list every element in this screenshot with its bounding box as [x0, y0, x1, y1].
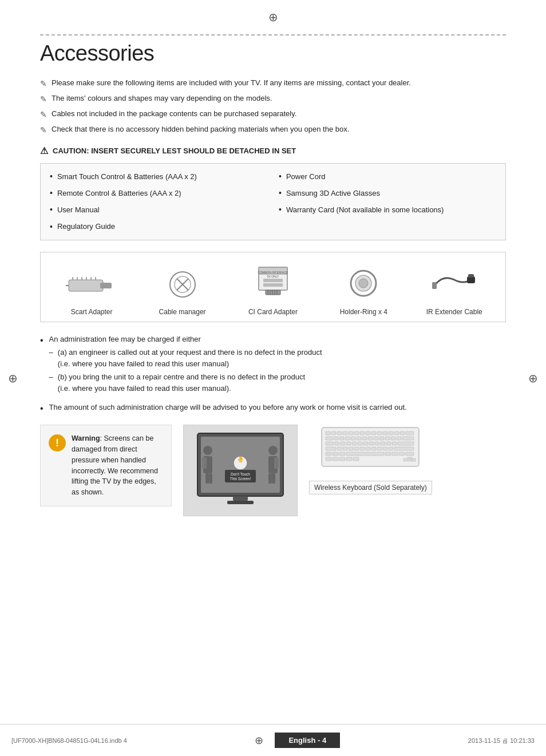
svg-text:This Screen!: This Screen! — [230, 477, 251, 481]
admin-fee-sub-1-text1: (a) an engineer is called out at your re… — [58, 348, 322, 357]
tv-illustration: 🤚 Don't Touch This Screen! — [183, 425, 298, 516]
pencil-icon-2: ✎ — [40, 93, 47, 105]
svg-rect-81 — [346, 442, 351, 445]
caution-block: ⚠ CAUTION: INSERT SECURELY LEST SHOULD B… — [40, 145, 506, 156]
svg-rect-52 — [343, 432, 347, 435]
svg-rect-58 — [377, 432, 382, 435]
pencil-icon-3: ✎ — [40, 109, 47, 121]
holder-ring-item: Holder-Ring x 4 — [335, 268, 392, 316]
admin-fee-list: • An administration fee may be charged i… — [40, 334, 506, 416]
svg-rect-113 — [339, 457, 345, 461]
scart-adapter-item: Scart Adapter — [63, 268, 120, 316]
admin-fee-intro: An administration fee may be charged if … — [49, 335, 201, 343]
footer-left: [UF7000-XH]BN68-04851G-04L16.indb 4 — [11, 737, 127, 744]
svg-rect-1 — [100, 283, 112, 288]
svg-rect-60 — [389, 432, 393, 435]
warning-icon: ! — [49, 434, 66, 452]
svg-rect-96 — [360, 447, 365, 450]
svg-rect-100 — [383, 447, 387, 450]
svg-rect-97 — [366, 447, 370, 450]
svg-text:🤚: 🤚 — [237, 456, 244, 463]
acc-item-4: Regulatory Guide — [50, 220, 267, 234]
svg-rect-78 — [326, 442, 334, 445]
svg-rect-95 — [354, 447, 359, 450]
admin-fee-sub-2-text2: (i.e. where you have failed to read this… — [58, 384, 231, 393]
svg-rect-26 — [432, 282, 437, 289]
svg-rect-109 — [399, 452, 405, 456]
reg-mark-top: ⊕ — [268, 10, 278, 24]
svg-rect-40 — [272, 473, 275, 484]
note-item-3: ✎ Cables not included in the package con… — [40, 108, 506, 121]
footer-center: English - 4 — [275, 733, 340, 748]
cable-manager-item: Cable manager — [154, 268, 211, 316]
admin-fee-item: • An administration fee may be charged i… — [40, 334, 506, 397]
svg-rect-0 — [69, 280, 103, 291]
svg-rect-91 — [326, 447, 336, 450]
svg-rect-51 — [337, 432, 342, 435]
svg-rect-16 — [263, 283, 283, 287]
note-item-4: ✎ Check that there is no accessory hidde… — [40, 124, 506, 136]
warning-text: Warning: Screens can be damaged from dir… — [72, 433, 163, 498]
svg-rect-77 — [402, 437, 414, 440]
svg-rect-118 — [403, 458, 407, 461]
svg-rect-62 — [400, 432, 405, 435]
svg-rect-103 — [326, 452, 331, 456]
svg-rect-106 — [346, 452, 384, 456]
accessories-images-row: Scart Adapter Cable manager COMMON INTER… — [40, 252, 506, 322]
note-item-1: ✎ Please make sure the following items a… — [40, 77, 506, 90]
svg-rect-116 — [407, 457, 412, 459]
svg-point-31 — [203, 446, 212, 455]
svg-rect-56 — [366, 432, 370, 435]
svg-rect-46 — [233, 496, 248, 501]
reg-mark-left: ⊕ — [8, 371, 18, 385]
admin-fee-sub-2-text1: (b) you bring the unit to a repair centr… — [58, 373, 305, 381]
reg-mark-right: ⊕ — [528, 371, 538, 385]
svg-rect-108 — [392, 452, 398, 456]
admin-fee-sub-list: – (a) an engineer is called out at your … — [49, 347, 322, 394]
svg-rect-53 — [349, 432, 353, 435]
acc-item-6: Samsung 3D Active Glasses — [279, 186, 496, 200]
svg-rect-38 — [274, 457, 279, 469]
svg-rect-61 — [394, 432, 399, 435]
svg-rect-33 — [202, 457, 207, 469]
acc-item-3: User Manual — [50, 203, 267, 217]
footer-reg-mark: ⊕ — [255, 734, 263, 747]
scart-adapter-label: Scart Adapter — [71, 308, 113, 316]
svg-rect-115 — [353, 457, 359, 461]
svg-rect-35 — [209, 473, 212, 484]
svg-rect-114 — [346, 457, 352, 461]
svg-rect-86 — [375, 442, 379, 445]
dash-icon-1: – — [49, 347, 53, 358]
warning-box: ! Warning: Screens can be damaged from d… — [40, 425, 172, 506]
svg-rect-55 — [360, 432, 365, 435]
svg-rect-79 — [335, 442, 339, 445]
svg-rect-84 — [363, 442, 368, 445]
svg-rect-107 — [385, 452, 391, 456]
admin-charge-note: The amount of such administration charge… — [49, 402, 407, 413]
svg-text:5V ONLY: 5V ONLY — [267, 275, 279, 278]
svg-point-36 — [268, 446, 278, 455]
acc-item-5: Power Cord — [279, 169, 496, 184]
pencil-icon-4: ✎ — [40, 124, 47, 136]
svg-rect-66 — [339, 437, 344, 440]
svg-rect-74 — [385, 437, 390, 440]
admin-fee-sub-1-text2: (i.e. where you have failed to read this… — [58, 359, 229, 368]
svg-rect-82 — [352, 442, 357, 445]
svg-rect-59 — [383, 432, 387, 435]
svg-point-25 — [359, 279, 368, 288]
svg-rect-63 — [406, 432, 414, 435]
admin-fee-sub-2: – (b) you bring the unit to a repair cen… — [49, 371, 322, 394]
bullet-icon-1: • — [40, 334, 43, 347]
svg-rect-68 — [351, 437, 355, 440]
svg-rect-94 — [349, 447, 353, 450]
wireless-keyboard-section: Wireless Keyboard (Sold Separately) — [309, 425, 432, 494]
caution-icon: ⚠ — [40, 145, 48, 156]
page-footer: [UF7000-XH]BN68-04851G-04L16.indb 4 ⊕ En… — [0, 724, 546, 756]
svg-rect-85 — [369, 442, 374, 445]
svg-rect-83 — [358, 442, 362, 445]
footer-right: 2013-11-15 🖨 10:21:33 — [468, 737, 535, 744]
holder-ring-label: Holder-Ring x 4 — [340, 308, 387, 316]
svg-rect-93 — [343, 447, 347, 450]
pencil-icon-1: ✎ — [40, 78, 47, 90]
notes-list: ✎ Please make sure the following items a… — [40, 77, 506, 136]
